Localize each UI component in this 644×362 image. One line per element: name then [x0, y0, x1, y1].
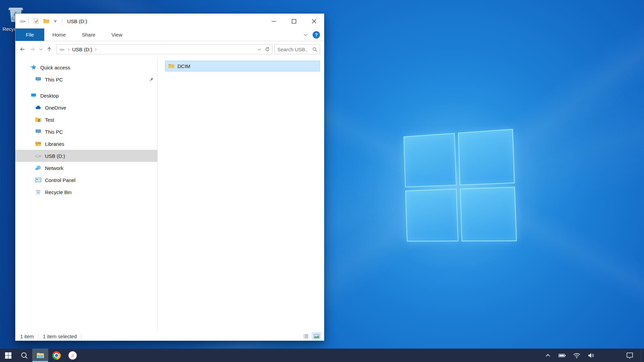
taskbar-button-file-explorer[interactable] [32, 349, 48, 362]
close-icon [310, 17, 318, 25]
sidebar-item-recycle-bin[interactable]: Recycle Bin [15, 186, 157, 198]
sidebar-item-label: This PC [45, 129, 63, 135]
drive-icon [19, 18, 26, 24]
tab-file[interactable]: File [15, 28, 44, 41]
help-button[interactable]: ? [313, 31, 320, 39]
sidebar-item-label: OneDrive [45, 105, 66, 111]
explorer-body: Quick accessThis PCDesktopOneDriveTestTh… [15, 57, 324, 331]
taskbar-apps: ♫ [0, 349, 80, 362]
drive-icon [59, 47, 65, 52]
show-desktop-button[interactable] [641, 349, 644, 362]
libraries-icon [35, 140, 42, 147]
file-list: DCIM [158, 57, 324, 331]
taskbar-button-start[interactable] [0, 349, 16, 362]
tab-share[interactable]: Share [74, 28, 103, 41]
windows-logo-graphic [404, 129, 517, 242]
sidebar-item-label: Control Panel [45, 177, 75, 183]
sidebar-item-test[interactable]: Test [15, 114, 157, 126]
item-count: 1 item [20, 334, 34, 339]
taskbar: ♫ [0, 349, 644, 362]
tab-home[interactable]: Home [44, 28, 74, 41]
breadcrumb-chevron-icon[interactable] [94, 47, 98, 52]
network-icon [35, 165, 42, 171]
window-controls [264, 14, 324, 28]
recycle-bin-icon [35, 189, 42, 195]
recent-locations-dropdown[interactable] [38, 44, 44, 54]
qat-customize-dropdown[interactable] [53, 19, 58, 23]
sidebar-item-quick-access[interactable]: Quick access [15, 61, 157, 73]
itunes-icon: ♫ [68, 351, 77, 360]
folder-icon [168, 63, 175, 69]
close-button[interactable] [304, 14, 324, 28]
status-bar: 1 item 1 item selected [15, 331, 324, 341]
logo-pane [458, 129, 515, 185]
navigation-pane: Quick accessThis PCDesktopOneDriveTestTh… [15, 57, 158, 331]
sidebar-item-network[interactable]: Network [15, 162, 157, 174]
details-view-button[interactable] [301, 332, 311, 340]
sidebar-item-this-pc[interactable]: This PC [15, 126, 157, 138]
sidebar-item-label: Desktop [40, 93, 59, 99]
tab-view[interactable]: View [103, 28, 130, 41]
expand-ribbon-button[interactable] [303, 32, 309, 38]
file-explorer-icon [36, 351, 45, 360]
sidebar-item-onedrive[interactable]: OneDrive [15, 102, 157, 114]
battery-icon[interactable] [558, 351, 567, 360]
forward-button[interactable] [28, 44, 38, 54]
sidebar-item-label: Libraries [45, 141, 64, 147]
titlebar-separator [62, 18, 62, 24]
sidebar-item-label: Network [45, 165, 63, 171]
chrome-icon [52, 351, 61, 360]
wifi-icon[interactable] [573, 351, 581, 360]
onedrive-icon [35, 104, 42, 111]
control-panel-icon [35, 177, 42, 183]
taskbar-button-chrome[interactable] [48, 349, 64, 362]
this-pc-icon [35, 76, 42, 83]
sidebar-item-label: USB (D:) [45, 153, 65, 159]
ribbon-tabs: File Home Share View ? [15, 28, 324, 41]
volume-icon[interactable] [587, 351, 595, 360]
maximize-icon [290, 17, 298, 25]
window-title: USB (D:) [67, 18, 87, 24]
system-tray [541, 349, 644, 362]
address-bar[interactable]: USB (D:) [56, 44, 272, 54]
search-icon[interactable] [312, 47, 318, 52]
qat-new-folder-button[interactable] [43, 18, 50, 24]
titlebar[interactable]: USB (D:) [15, 14, 324, 28]
up-button[interactable] [44, 44, 54, 54]
desktop-icon [30, 92, 37, 99]
breadcrumb-segment[interactable]: USB (D:) [72, 47, 92, 52]
maximize-button[interactable] [284, 14, 304, 28]
selection-count: 1 item selected [43, 334, 77, 339]
sidebar-item-libraries[interactable]: Libraries [15, 138, 157, 150]
sidebar-item-usb-d[interactable]: USB (D:) [15, 150, 157, 162]
status-divider [38, 333, 39, 339]
file-item-label: DCIM [177, 63, 190, 69]
status-divider [81, 333, 82, 339]
taskbar-button-itunes[interactable]: ♫ [64, 349, 80, 362]
logo-pane [404, 133, 457, 187]
sidebar-item-label: Recycle Bin [45, 189, 71, 195]
start-icon [4, 351, 12, 360]
logo-pane [460, 187, 517, 241]
file-item-dcim[interactable]: DCIM [165, 61, 320, 71]
search-box[interactable] [274, 44, 320, 54]
search-icon [20, 351, 29, 360]
sidebar-item-label: This PC [45, 77, 63, 82]
minimize-button[interactable] [264, 14, 284, 28]
quick-access-icon [30, 64, 37, 71]
back-button[interactable] [17, 44, 28, 54]
action-center-icon[interactable] [626, 351, 634, 360]
large-icons-view-button[interactable] [312, 332, 321, 340]
sidebar-item-this-pc[interactable]: This PC [15, 73, 157, 85]
chevron-up-icon[interactable] [544, 351, 552, 360]
sidebar-item-control-panel[interactable]: Control Panel [15, 174, 157, 186]
navigation-bar: USB (D:) [15, 41, 324, 57]
search-input[interactable] [277, 47, 308, 52]
qat-properties-button[interactable] [33, 18, 40, 24]
refresh-button[interactable] [263, 45, 271, 53]
taskbar-button-search[interactable] [16, 349, 32, 362]
screen: Recycle Bin USB (D:) File Home Share Vie… [0, 0, 644, 362]
address-history-dropdown[interactable] [255, 45, 263, 53]
breadcrumb-chevron-icon[interactable] [66, 47, 71, 52]
sidebar-item-desktop[interactable]: Desktop [15, 89, 157, 102]
